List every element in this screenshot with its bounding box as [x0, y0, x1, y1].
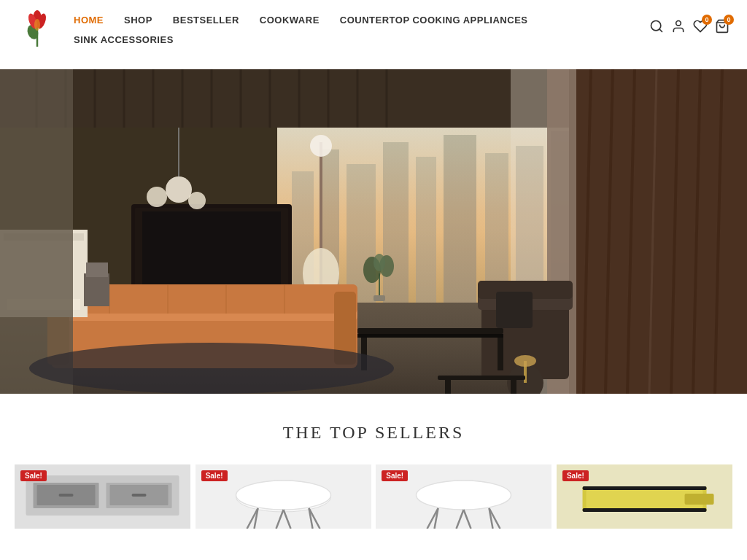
sale-badge-2: Sale! [201, 470, 228, 481]
svg-rect-105 [59, 494, 74, 497]
svg-rect-87 [438, 376, 525, 380]
hero-banner [0, 69, 747, 394]
svg-line-7 [659, 29, 662, 32]
user-account-button[interactable] [671, 19, 686, 34]
product-card-3[interactable]: Sale! [376, 464, 551, 529]
svg-rect-89 [511, 380, 516, 394]
svg-point-58 [166, 176, 192, 203]
logo[interactable] [18, 10, 58, 63]
svg-rect-83 [357, 328, 503, 334]
svg-point-109 [236, 481, 330, 510]
svg-point-117 [417, 481, 511, 510]
product-card-4[interactable]: Sale! [557, 464, 732, 529]
nav-home[interactable]: HOME [63, 10, 114, 30]
svg-point-8 [676, 21, 681, 26]
svg-point-65 [374, 254, 385, 271]
svg-rect-79 [496, 292, 533, 328]
sale-badge-3: Sale! [382, 470, 408, 481]
nav-bestseller[interactable]: BESTSELLER [163, 10, 249, 30]
svg-rect-129 [582, 508, 706, 512]
svg-rect-84 [357, 334, 503, 338]
svg-rect-128 [582, 486, 706, 490]
svg-rect-95 [86, 262, 108, 277]
product-card-1[interactable]: Sale! [15, 464, 190, 529]
nav-cookware[interactable]: COOKWARE [249, 10, 330, 30]
nav-container: HOME SHOP BESTSELLER COOKWARE COUNTERTOP… [63, 6, 649, 50]
cart-badge: 0 [724, 15, 734, 25]
nav-shop[interactable]: SHOP [114, 10, 163, 30]
svg-rect-66 [374, 295, 385, 301]
svg-point-98 [29, 343, 394, 394]
svg-rect-94 [84, 273, 109, 306]
svg-point-57 [310, 135, 332, 157]
section-title: THE TOP SELLERS [15, 423, 732, 443]
logo-icon [18, 10, 58, 63]
product-card-2[interactable]: Sale! [196, 464, 371, 529]
header: HOME SHOP BESTSELLER COOKWARE COUNTERTOP… [0, 0, 747, 69]
svg-point-5 [34, 19, 40, 31]
cart-button[interactable]: 0 [715, 19, 729, 34]
svg-point-59 [147, 187, 167, 207]
products-grid: Sale! Sale! [15, 464, 732, 529]
top-sellers-section: THE TOP SELLERS Sale! Sale! [0, 394, 747, 529]
svg-rect-106 [132, 494, 147, 497]
svg-rect-127 [684, 494, 713, 505]
sale-badge-1: Sale! [20, 470, 47, 481]
svg-rect-86 [498, 338, 503, 370]
svg-point-82 [514, 355, 536, 367]
svg-rect-88 [445, 380, 451, 394]
nav-row-2: SINK ACCESSORIES [63, 30, 649, 50]
nav-sink-accessories[interactable]: SINK ACCESSORIES [63, 30, 184, 50]
wishlist-badge: 0 [702, 15, 712, 25]
nav-row-1: HOME SHOP BESTSELLER COOKWARE COUNTERTOP… [63, 10, 649, 30]
header-icons: 0 0 [649, 6, 729, 34]
wishlist-button[interactable]: 0 [693, 19, 708, 34]
search-button[interactable] [649, 19, 664, 34]
sale-badge-4: Sale! [562, 470, 589, 481]
nav-countertop[interactable]: COUNTERTOP COOKING APPLIANCES [330, 10, 538, 30]
svg-point-60 [188, 192, 206, 209]
svg-rect-52 [142, 211, 281, 288]
